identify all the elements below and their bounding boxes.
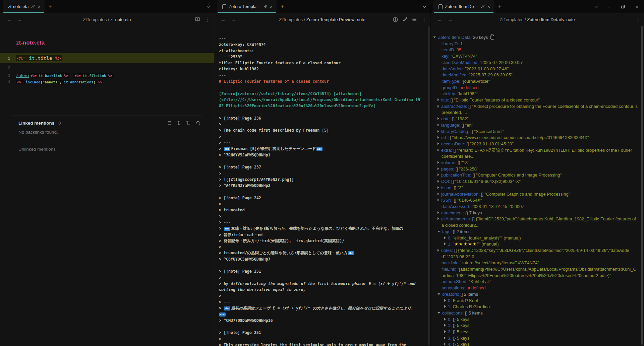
- expand-arrow-icon[interactable]: [444, 299, 446, 302]
- copy-icon[interactable]: [490, 35, 494, 40]
- info-icon[interactable]: [393, 17, 398, 22]
- tree-row-tags[interactable]: tags: [] 2 items: [430, 229, 638, 235]
- new-tab-button[interactable]: +: [494, 0, 506, 13]
- tree-row-2[interactable]: 2: {} 5 keys: [430, 329, 638, 335]
- editor-line[interactable]: 1<%= it.title %>: [0, 53, 214, 63]
- expand-arrow-icon[interactable]: [437, 98, 439, 101]
- tree-row-issn[interactable]: ISSN: [] "0146-664X": [430, 197, 638, 204]
- tab-list-chevron-icon[interactable]: [202, 0, 214, 13]
- tree-row-4[interactable]: 4: {} 5 keys: [430, 341, 638, 346]
- new-tab-button[interactable]: +: [277, 0, 288, 13]
- tree-row-volume[interactable]: volume: [] "18": [430, 160, 638, 166]
- tree-row-1[interactable]: 1: "★★★★★"" (manual): [430, 241, 638, 248]
- tree-row-accessdate[interactable]: accessDate: [] "2023-01-18 01:45:20": [430, 141, 638, 147]
- collapse-arrow-icon[interactable]: [437, 312, 440, 314]
- inline-file-title[interactable]: zt-note.eta: [16, 40, 214, 46]
- tree-row-abstractnote[interactable]: abstractNote: [] "A direct procedure for…: [430, 103, 638, 116]
- tab-zt-note-eta[interactable]: zt-note.eta ×: [3, 0, 45, 13]
- expand-arrow-icon[interactable]: [437, 174, 439, 176]
- expand-arrow-icon[interactable]: [444, 337, 446, 339]
- expand-arrow-icon[interactable]: [437, 130, 439, 133]
- expand-arrow-icon[interactable]: [444, 343, 446, 345]
- outline-list-icon[interactable]: [412, 17, 417, 21]
- editor-line[interactable]: 3Zotero<%= it.backlink %> <%= it.fileLin…: [0, 72, 214, 78]
- backlink-list-icon[interactable]: [167, 121, 171, 125]
- tree-row-zotero-item-data[interactable]: Zotero Item Data: 36 keys: [430, 34, 638, 41]
- expand-arrow-icon[interactable]: [437, 199, 439, 201]
- expand-arrow-icon[interactable]: [437, 149, 439, 151]
- tree-row-extra[interactable]: extra: [] "remark: EFAの提案論文¥nCitation Ke…: [430, 147, 638, 160]
- tab-zotero-template-preview[interactable]: Zotero Templa··· ×: [217, 0, 277, 13]
- back-icon[interactable]: ←: [7, 17, 12, 22]
- editor-line[interactable]: 2: [0, 63, 214, 72]
- minimize-window-icon[interactable]: –: [602, 0, 616, 13]
- unlinked-mentions-title[interactable]: Unlinked mentions: [12, 147, 202, 152]
- expand-arrow-icon[interactable]: [444, 330, 446, 333]
- expand-arrow-icon[interactable]: [437, 211, 439, 214]
- expand-arrow-icon[interactable]: [437, 117, 439, 120]
- expand-arrow-icon[interactable]: [437, 161, 439, 164]
- tree-row-0[interactable]: 0: {} 5 keys: [430, 317, 638, 323]
- more-options-icon[interactable]: ⋮: [421, 16, 427, 23]
- tree-row-doi[interactable]: DOI: [] "10.1016/0146-664X(82)90034-X": [430, 179, 638, 185]
- tab-list-chevron-icon[interactable]: [419, 0, 430, 13]
- collapse-arrow-icon[interactable]: [437, 231, 440, 232]
- tree-row-1[interactable]: 1: {} 5 keys: [430, 323, 638, 329]
- close-window-icon[interactable]: ×: [630, 0, 644, 13]
- tree-row-journalabbreviation[interactable]: journalAbbreviation: [] "Computer Graphi…: [430, 191, 638, 198]
- expand-arrow-icon[interactable]: [444, 318, 446, 321]
- expand-arrow-icon[interactable]: [437, 186, 439, 189]
- expand-arrow-icon[interactable]: [444, 236, 446, 239]
- expand-arrow-icon[interactable]: [437, 217, 439, 220]
- tree-row-pages[interactable]: pages: [] "236-258": [430, 166, 638, 172]
- tree-row-title[interactable]: title: [] "Elliptic Fourier features of …: [430, 97, 638, 103]
- tree-row-issue[interactable]: issue: [] "3": [430, 185, 638, 191]
- expand-arrow-icon[interactable]: [437, 167, 439, 170]
- tree-row-date[interactable]: date: [] "1982": [430, 116, 638, 122]
- expand-arrow-icon[interactable]: [437, 105, 439, 108]
- expand-arrow-icon[interactable]: [437, 249, 439, 252]
- back-icon[interactable]: ←: [437, 17, 442, 22]
- collapse-results-icon[interactable]: [186, 121, 190, 125]
- tab-zotero-item-details[interactable]: Zotero Item De··· ×: [433, 0, 494, 13]
- forward-icon[interactable]: →: [17, 17, 22, 22]
- back-icon[interactable]: ←: [221, 17, 226, 22]
- edit-pencil-icon[interactable]: [403, 17, 407, 22]
- tree-row-notes[interactable]: notes: [] {"itemID":2028,"key":"JL3DGBZ9…: [430, 248, 638, 260]
- reading-view-icon[interactable]: [195, 17, 200, 22]
- tree-row-language[interactable]: language: [] "en": [430, 122, 638, 129]
- tab-list-chevron-icon[interactable]: [590, 0, 602, 13]
- close-tab-icon[interactable]: ×: [270, 4, 273, 9]
- more-options-icon[interactable]: ⋮: [205, 16, 211, 23]
- expand-arrow-icon[interactable]: [444, 305, 446, 308]
- tree-row-1[interactable]: 1: Charles R Giardina: [430, 304, 638, 310]
- forward-icon[interactable]: →: [231, 17, 236, 22]
- editor-area[interactable]: zt-note.eta 1<%= it.title %>23Zotero<%= …: [0, 25, 214, 346]
- tree-row-url[interactable]: url: [] "https://www.sciencedirect.com/s…: [430, 135, 638, 141]
- right-scrollbar[interactable]: [641, 26, 643, 345]
- more-options-icon[interactable]: ⋮: [635, 16, 641, 23]
- tree-row-librarycatalog[interactable]: libraryCatalog: [] "ScienceDirect": [430, 129, 638, 135]
- editor-empty-space[interactable]: [0, 85, 214, 116]
- tree-row-0[interactable]: 0: "elliptic_fourier_analysis"" (manual): [430, 235, 638, 241]
- expand-arrow-icon[interactable]: [437, 180, 439, 183]
- new-tab-button[interactable]: +: [45, 0, 56, 13]
- tree-row-publicationtitle[interactable]: publicationTitle: [] "Computer Graphics …: [430, 172, 638, 179]
- close-tab-icon[interactable]: ×: [38, 4, 40, 9]
- expand-arrow-icon[interactable]: [437, 193, 439, 195]
- tree-row-creators[interactable]: creators: [] 2 items: [430, 291, 638, 298]
- search-icon[interactable]: [196, 121, 200, 125]
- expand-arrow-icon[interactable]: [437, 142, 439, 145]
- zotero-link[interactable]: Zotero: [16, 73, 29, 78]
- expand-arrow-icon[interactable]: [444, 243, 446, 245]
- tree-row-allattachments[interactable]: allAttachments: [] {"itemID":2539,"path"…: [430, 216, 638, 228]
- tree-row-attachment[interactable]: attachment: {} 7 keys: [430, 210, 638, 216]
- tree-row-3[interactable]: 3: {} 5 keys: [430, 335, 638, 342]
- sort-order-icon[interactable]: [177, 121, 180, 125]
- tree-row-0[interactable]: 0: Frank P Kuhl: [430, 298, 638, 304]
- restore-window-icon[interactable]: [616, 0, 630, 13]
- editor-line[interactable]: 4<%~ include("annots", it.annotations) %…: [0, 78, 214, 85]
- middle-scrollbar[interactable]: [428, 26, 430, 345]
- close-tab-icon[interactable]: ×: [487, 4, 490, 9]
- tree-row-collections[interactable]: collections: [] 5 items: [430, 310, 638, 317]
